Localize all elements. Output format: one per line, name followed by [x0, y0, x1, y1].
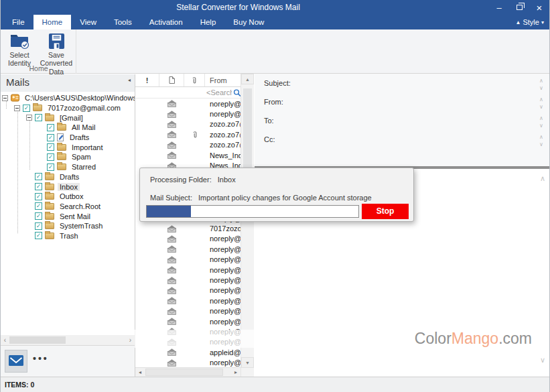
tab-activation[interactable]: Activation: [141, 15, 192, 29]
tree-checkbox[interactable]: ✓: [47, 124, 54, 131]
tree-item-gmail[interactable]: ✓[Gmail]: [1, 113, 135, 123]
tab-tools[interactable]: Tools: [105, 15, 141, 29]
tree-item-search-root[interactable]: ✓Search.Root: [1, 202, 135, 212]
tree-item-c-users-asus-desktop-windows-mail[interactable]: C:\Users\ASUS\Desktop\Windows Mail: [1, 93, 135, 103]
tree-item-starred[interactable]: ✓Starred: [1, 162, 135, 172]
tab-file[interactable]: File: [3, 15, 33, 29]
style-label[interactable]: Style: [523, 18, 539, 26]
tree-item-trash[interactable]: ✓Trash: [1, 231, 135, 241]
tree-item-sent-mail[interactable]: ✓Sent Mail: [1, 211, 135, 221]
style-control[interactable]: ▲ Style ▾: [515, 15, 544, 29]
tree-checkbox[interactable]: ✓: [47, 134, 54, 141]
select-identity-button[interactable]: Select Identity: [3, 31, 36, 65]
mail-row[interactable]: noreply@glassd: [135, 109, 240, 119]
scroll-left-icon[interactable]: ‹: [1, 335, 9, 345]
field-scroll-up-icon[interactable]: ∧: [537, 134, 545, 141]
field-scroll-up-icon[interactable]: ∧: [537, 115, 545, 122]
folder-icon: [45, 193, 54, 200]
mail-row[interactable]: noreply@glassd: [135, 357, 240, 367]
mail-row[interactable]: 7017zozo@gm: [135, 223, 240, 233]
mail-row[interactable]: noreply@glassd: [135, 275, 240, 285]
tree-checkbox[interactable]: ✓: [35, 202, 42, 210]
tree-checkbox[interactable]: ✓: [35, 222, 42, 230]
tree-checkbox[interactable]: ✓: [47, 143, 54, 151]
tree-expander-icon[interactable]: [14, 105, 20, 111]
scroll-down-icon[interactable]: ∨: [540, 356, 545, 365]
tree-item-7017zozo-gmail-com[interactable]: ✓7017zozo@gmail.com: [1, 103, 135, 113]
mail-row[interactable]: zozo.zo7@iclou: [135, 129, 240, 139]
scroll-right-icon[interactable]: ›: [126, 335, 135, 345]
tab-view[interactable]: View: [71, 15, 105, 29]
tree-horizontal-scrollbar[interactable]: ‹ ›: [1, 335, 135, 345]
panel-collapse-icon[interactable]: ◂: [128, 77, 131, 83]
mail-row[interactable]: News_India@li: [135, 160, 240, 168]
restore-icon[interactable]: [509, 0, 529, 15]
tab-home[interactable]: Home: [33, 15, 72, 29]
importance-column-header[interactable]: !: [135, 74, 159, 86]
tree-checkbox[interactable]: ✓: [23, 105, 30, 112]
tree-checkbox[interactable]: ✓: [35, 173, 42, 180]
tab-buy-now[interactable]: Buy Now: [224, 15, 273, 29]
scroll-down-icon[interactable]: ▼: [241, 357, 254, 368]
field-scroll-down-icon[interactable]: ∨: [537, 85, 545, 92]
tree-checkbox[interactable]: ✓: [35, 212, 42, 220]
tree-checkbox[interactable]: ✓: [35, 114, 42, 121]
mail-row[interactable]: News_India@li: [135, 150, 240, 160]
tree-checkbox[interactable]: ✓: [35, 193, 42, 200]
mail-row[interactable]: noreply@glassd: [135, 99, 240, 109]
field-scroll-down-icon[interactable]: ∨: [537, 104, 545, 111]
field-scroll-down-icon[interactable]: ∨: [537, 141, 545, 148]
scroll-right-icon[interactable]: ▸: [231, 368, 240, 377]
mail-row[interactable]: zozo.zo7@iclou: [135, 140, 240, 150]
tree-item-spam[interactable]: ✓Spam: [1, 152, 135, 162]
tree-checkbox[interactable]: ✓: [35, 232, 42, 239]
mail-view-button[interactable]: [5, 350, 27, 373]
attachment-column-icon[interactable]: [184, 74, 205, 86]
tree-item-drafts[interactable]: ✓Drafts: [1, 133, 135, 143]
field-scroll-up-icon[interactable]: ∧: [537, 78, 545, 84]
mail-row[interactable]: noreply@glassd: [135, 316, 240, 326]
style-dropdown-icon[interactable]: ▾: [541, 19, 544, 25]
field-scroll-down-icon[interactable]: ∨: [537, 123, 545, 129]
tree-item-important[interactable]: ✓Important: [1, 142, 135, 152]
mail-from: 7017zozo@gm: [205, 224, 240, 233]
mail-row[interactable]: appleid@id.app: [135, 347, 240, 357]
list-horizontal-scrollbar[interactable]: ◂ ▸: [135, 367, 240, 377]
tree-item-all-mail[interactable]: ✓All Mail: [1, 123, 135, 133]
mail-row[interactable]: noreply@promo: [135, 285, 240, 296]
minimize-icon[interactable]: –: [489, 0, 509, 15]
scrollbar-thumb[interactable]: [9, 336, 66, 344]
tree-item-systemtrash[interactable]: ✓SystemTrash: [1, 221, 135, 231]
mail-row[interactable]: noreply@glassd: [135, 265, 240, 275]
mail-row[interactable]: zozo.zo7@iclou: [135, 119, 240, 129]
ribbon-collapse-icon[interactable]: ▲: [515, 19, 521, 25]
mail-row[interactable]: noreply@glassd: [135, 244, 240, 254]
scroll-left-icon[interactable]: ◂: [135, 368, 145, 377]
stop-button[interactable]: Stop: [362, 204, 409, 219]
scrollbar-thumb[interactable]: [145, 369, 223, 376]
mail-row[interactable]: noreply@glassd: [135, 234, 240, 244]
close-icon[interactable]: ×: [529, 0, 549, 15]
tree-item-label: Trash: [58, 232, 80, 240]
tree-item-outbox[interactable]: ✓Outbox: [1, 192, 135, 202]
mail-row[interactable]: noreply@glassd: [135, 296, 240, 306]
save-converted-data-button[interactable]: Save Converted Data: [37, 31, 76, 65]
tab-help[interactable]: Help: [192, 15, 225, 29]
tree-expander-icon[interactable]: [2, 95, 8, 101]
tree-item-drafts[interactable]: ✓Drafts: [1, 172, 135, 182]
tree-checkbox[interactable]: ✓: [47, 153, 54, 161]
mail-row[interactable]: noreply@glassd: [135, 255, 240, 265]
tree-checkbox[interactable]: ✓: [35, 183, 42, 190]
mail-rows-top: noreply@glassdnoreply@glassdzozo.zo7@icl…: [135, 99, 240, 168]
tree-checkbox[interactable]: ✓: [47, 164, 54, 171]
more-views-button[interactable]: •••: [33, 353, 49, 364]
scroll-up-icon[interactable]: ∧: [540, 174, 545, 183]
tree-item-inbox[interactable]: ✓Inbox: [1, 182, 135, 192]
tree-expander-icon[interactable]: [26, 115, 32, 121]
mail-row[interactable]: noreply@glassd: [135, 306, 240, 316]
from-column-header[interactable]: From: [205, 74, 240, 86]
field-scroll-up-icon[interactable]: ∧: [537, 96, 545, 103]
document-column-icon[interactable]: [159, 74, 184, 86]
scroll-up-icon[interactable]: ▲: [241, 74, 254, 84]
search-input[interactable]: [206, 88, 232, 97]
